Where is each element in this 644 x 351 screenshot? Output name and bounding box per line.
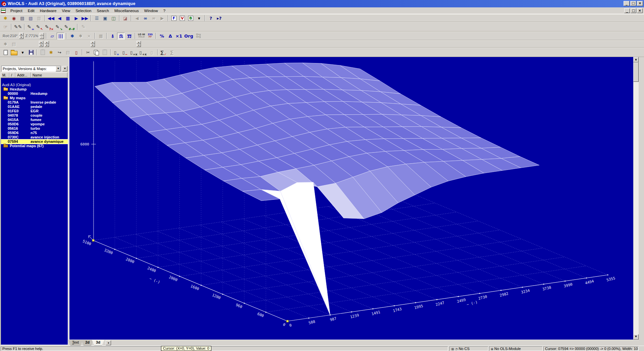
version-plus-x-icon[interactable]: ▯+x bbox=[139, 49, 148, 56]
tree-row-00000[interactable]: 00000Hexdump bbox=[1, 92, 68, 96]
tree-row-07594[interactable]: 07594avance dynamique bbox=[1, 139, 68, 144]
scrollbar-thumb[interactable] bbox=[633, 62, 639, 82]
fixed-text-v-icon[interactable]: V bbox=[178, 15, 186, 22]
print-icon[interactable]: ▤ bbox=[18, 15, 26, 22]
tree-row-0179A[interactable]: 0179AInverse pedale bbox=[1, 100, 68, 105]
tree-row-0730C[interactable]: 0730Cavance injection bbox=[1, 135, 68, 139]
value-spinner-1[interactable]: ▴▾ bbox=[39, 41, 43, 47]
lohi-byteorder-icon[interactable]: LO HIHILO bbox=[137, 33, 146, 40]
cut-icon[interactable]: ✂ bbox=[84, 49, 92, 56]
nav-last-icon[interactable]: ▶▶ bbox=[81, 15, 89, 22]
selection-list-icon[interactable]: ☰ bbox=[93, 15, 101, 22]
tree-row-05616[interactable]: 05616turbo bbox=[1, 126, 68, 131]
tree-header-m[interactable]: M. bbox=[1, 72, 9, 78]
tree-row-potential-maps-67-[interactable]: Potential maps (67) bbox=[1, 144, 68, 148]
width-32-icon[interactable]: ▪▪▪32 bbox=[125, 33, 133, 40]
version-equal-icon[interactable]: ▯=x bbox=[129, 49, 138, 56]
value-spinner-4[interactable]: ▴▾ bbox=[137, 41, 141, 47]
view-2d-icon[interactable]: ▱ bbox=[48, 33, 56, 40]
value-spinner-3[interactable]: ▴▾ bbox=[91, 41, 95, 47]
rotation-spinner[interactable]: ▴▾ bbox=[19, 33, 23, 39]
pen-decrease-icon[interactable]: ✎↘ bbox=[55, 23, 63, 31]
scroll-up-icon[interactable]: ▲ bbox=[633, 57, 639, 62]
tree-header-[interactable]: / bbox=[9, 72, 15, 78]
copy-icon[interactable] bbox=[93, 49, 100, 56]
delta-icon[interactable]: Δ bbox=[166, 33, 174, 40]
nav-prev-icon[interactable]: ◀ bbox=[56, 15, 63, 22]
child-close-button[interactable]: × bbox=[637, 8, 643, 13]
version-add-icon[interactable]: ▯+ bbox=[113, 49, 120, 56]
view-3d-icon[interactable]: ||| bbox=[57, 33, 64, 40]
tree-row-my-maps[interactable]: My maps bbox=[1, 96, 68, 100]
window-maximize-button[interactable]: □ bbox=[630, 1, 636, 6]
fixed-text-dropdown[interactable]: ▾ bbox=[195, 15, 203, 22]
menu-window[interactable]: Window bbox=[142, 8, 161, 13]
pen-increase-icon[interactable]: ✎↖ bbox=[36, 23, 44, 31]
sidebar-view-combo[interactable]: Projects, Versions & Maps: bbox=[1, 66, 61, 72]
import-project-icon[interactable]: ◉ bbox=[10, 15, 18, 22]
binoculars-search-icon[interactable]: ∞ bbox=[142, 15, 149, 22]
original-icon[interactable]: Org bbox=[183, 33, 194, 40]
menu-project[interactable]: Project bbox=[8, 8, 25, 13]
tree-row-01FE0[interactable]: 01FE0EGR bbox=[1, 109, 68, 113]
new-file-icon[interactable] bbox=[2, 49, 9, 56]
map-chart-wizard-icon[interactable]: ✱ bbox=[68, 33, 76, 40]
tab-2d[interactable]: 2d bbox=[81, 340, 94, 346]
hand-select-icon[interactable]: ☞ bbox=[2, 23, 9, 31]
map-insert-icon[interactable]: ↪ bbox=[56, 49, 63, 56]
menu-hardware[interactable]: Hardware bbox=[37, 8, 59, 13]
combo-dropdown-icon[interactable]: ▼ bbox=[56, 66, 61, 71]
factor-x1-icon[interactable]: ×1 bbox=[175, 33, 183, 40]
child-window-icon[interactable] bbox=[1, 8, 6, 13]
tab-3d[interactable]: 3d bbox=[92, 340, 104, 346]
eraser-icon[interactable]: ◪ bbox=[121, 15, 129, 22]
menu-help[interactable]: ? bbox=[161, 8, 168, 13]
sidebar-options-dropdown-icon[interactable]: ▼ bbox=[62, 66, 67, 71]
project-wizard-icon[interactable]: ✱ bbox=[2, 15, 9, 22]
open-file-icon[interactable] bbox=[10, 49, 18, 56]
menu-miscellaneous[interactable]: Miscellaneous bbox=[112, 8, 142, 13]
menu-selection[interactable]: Selection bbox=[73, 8, 94, 13]
tree-row-0415A[interactable]: 0415Afumee bbox=[1, 118, 68, 122]
value-spinner-2[interactable]: ▴▾ bbox=[45, 41, 49, 47]
width-16-icon[interactable]: ▪▪16 bbox=[117, 33, 125, 40]
menu-search[interactable]: Search bbox=[94, 8, 112, 13]
nav-next-icon[interactable]: ▶ bbox=[72, 15, 80, 22]
tree-row-050D6[interactable]: 050D6vpompe bbox=[1, 122, 68, 126]
window-preview-icon[interactable]: ▣ bbox=[101, 15, 109, 22]
child-minimize-button[interactable]: _ bbox=[624, 8, 630, 13]
help-icon[interactable]: ? bbox=[207, 15, 215, 22]
version-remove-icon[interactable]: ▯− bbox=[121, 49, 129, 56]
nav-first-icon[interactable]: ◀◀ bbox=[47, 15, 55, 22]
window-properties-icon[interactable]: ▧ bbox=[27, 15, 35, 22]
child-restore-button[interactable]: □ bbox=[631, 8, 636, 13]
percent-icon[interactable]: % bbox=[158, 33, 166, 40]
fixed-text-b-icon[interactable]: B bbox=[187, 15, 195, 22]
context-help-icon[interactable]: ▸? bbox=[215, 15, 223, 22]
tab-text[interactable]: Text bbox=[68, 340, 83, 346]
tree-row-audi-a3-original-[interactable]: Audi A3 (Original) bbox=[1, 83, 68, 87]
tree-row-059D6[interactable]: 059D6n75 bbox=[1, 131, 68, 135]
width-8-icon[interactable]: ▪8 bbox=[109, 33, 116, 40]
fixed-text-f-icon[interactable]: F bbox=[170, 15, 178, 22]
pen-absolute-icon[interactable]: ✎= bbox=[26, 23, 35, 31]
trash-icon[interactable]: ◫ bbox=[110, 15, 117, 22]
data-table-icon[interactable]: ▦ bbox=[64, 15, 72, 22]
map-create-wizard-icon[interactable]: ✱ bbox=[47, 49, 55, 56]
scroll-down-icon[interactable]: ▼ bbox=[633, 334, 639, 340]
menu-edit[interactable]: Edit bbox=[25, 8, 37, 13]
map-vertical-scrollbar[interactable]: ▲ ▼ bbox=[633, 57, 639, 340]
dec-hex-icon[interactable]: 255FF bbox=[146, 33, 154, 40]
tree-row-hexdump[interactable]: Hexdump bbox=[1, 87, 68, 92]
save-icon[interactable] bbox=[27, 49, 35, 56]
tree-row-04078[interactable]: 04078couple bbox=[1, 113, 68, 118]
doc-marker-icon[interactable]: ▯ bbox=[72, 49, 80, 56]
tab-scroll-left-icon[interactable]: ◂ bbox=[106, 340, 111, 345]
menu-view[interactable]: View bbox=[59, 8, 73, 13]
checksum-ok-icon[interactable]: ∑✓ bbox=[160, 49, 167, 56]
map-3d-surface-view[interactable]: 6000060096012001600200024002800320051000… bbox=[69, 57, 634, 340]
tree-row-01AAE[interactable]: 01AAEpedale bbox=[1, 105, 68, 109]
pen-query-icon[interactable]: ✎?× bbox=[44, 23, 54, 31]
edit-pens-icon[interactable]: ✎✎ bbox=[13, 23, 22, 31]
original-compare-icon[interactable]: OrgOrg bbox=[195, 33, 202, 40]
